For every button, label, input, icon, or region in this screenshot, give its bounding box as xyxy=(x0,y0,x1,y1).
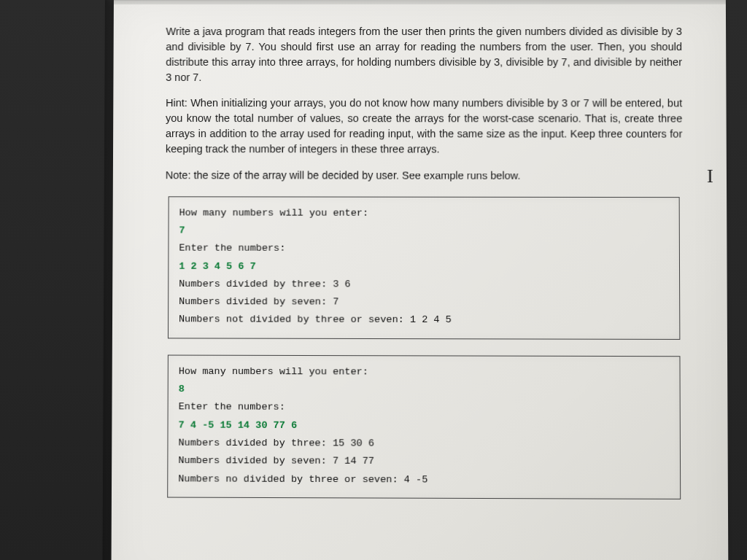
output-neither: Numbers no divided by three or seven: 4 … xyxy=(178,470,670,490)
example-run-2: How many numbers will you enter: 8 Enter… xyxy=(167,354,681,499)
prompt-enter: Enter the numbers: xyxy=(179,240,668,259)
output-div3: Numbers divided by three: 3 6 xyxy=(179,276,669,295)
note-row: Note: the size of the array will be deci… xyxy=(166,168,683,184)
output-div3: Numbers divided by three: 15 30 6 xyxy=(178,435,669,454)
input-numbers: 1 2 3 4 5 6 7 xyxy=(179,257,669,276)
output-div7: Numbers divided by seven: 7 xyxy=(179,293,669,312)
problem-paragraph-1: Write a java program that reads integers… xyxy=(166,23,682,85)
output-neither: Numbers not divided by three or seven: 1… xyxy=(179,311,669,330)
problem-paragraph-hint: Hint: When initializing your arrays, you… xyxy=(166,96,683,158)
prompt-enter: Enter the numbers: xyxy=(179,398,670,417)
problem-paragraph-note: Note: the size of the array will be deci… xyxy=(166,168,683,184)
prompt-count: How many numbers will you enter: xyxy=(179,204,669,222)
input-count: 8 xyxy=(179,381,670,400)
document-page: Write a java program that reads integers… xyxy=(111,0,728,560)
input-count: 7 xyxy=(179,222,668,240)
prompt-count: How many numbers will you enter: xyxy=(179,362,670,381)
screen-frame: Write a java program that reads integers… xyxy=(0,0,747,560)
page-top-edge xyxy=(114,0,726,4)
output-div7: Numbers divided by seven: 7 14 77 xyxy=(178,452,670,472)
input-numbers: 7 4 -5 15 14 30 77 6 xyxy=(179,416,670,436)
example-run-1: How many numbers will you enter: 7 Enter… xyxy=(168,196,680,340)
text-cursor-icon: I xyxy=(707,165,712,187)
